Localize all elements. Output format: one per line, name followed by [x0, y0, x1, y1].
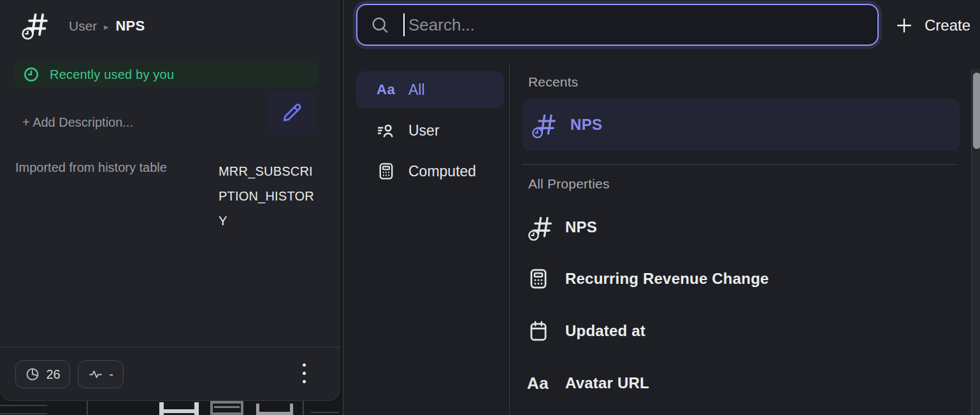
recents-section-title: Recents	[528, 74, 578, 90]
edit-description-button[interactable]	[268, 91, 316, 134]
pencil-icon	[280, 101, 303, 124]
text-format-icon: Aa	[527, 374, 554, 393]
clock-icon	[23, 66, 40, 83]
background-line	[303, 401, 304, 415]
property-item-updated-at[interactable]: Updated at	[527, 317, 960, 345]
background-line	[0, 413, 47, 414]
property-header	[20, 10, 50, 39]
results-divider-vertical	[509, 64, 510, 415]
background-line	[0, 405, 47, 406]
property-panel: User ▸ NPS Recently used by you + Add De…	[0, 0, 340, 401]
calculator-icon	[377, 162, 401, 181]
sparkline-value: -	[109, 367, 113, 382]
footer-divider	[0, 347, 340, 348]
property-item-recurring-revenue-change[interactable]: Recurring Revenue Change	[527, 265, 960, 293]
breadcrumb-parent[interactable]: User	[69, 18, 97, 34]
filter-label: Computed	[408, 163, 476, 180]
background-shape	[159, 402, 199, 415]
app-root: User ▸ NPS Recently used by you + Add De…	[0, 0, 980, 415]
meta-value: MRR_SUBSCRIPTION_HISTORY	[219, 159, 321, 234]
filter-label: User	[408, 122, 440, 139]
hash-clock-icon	[20, 10, 50, 39]
chevron-right-icon: ▸	[104, 22, 108, 32]
background-peek	[0, 401, 342, 415]
kebab-menu-button[interactable]	[298, 360, 310, 386]
filter-item-computed[interactable]: Computed	[356, 153, 504, 190]
pie-chart-icon	[25, 367, 40, 382]
breadcrumb-current: NPS	[115, 18, 145, 34]
background-line	[311, 412, 339, 413]
add-description-button[interactable]: + Add Description...	[22, 115, 133, 130]
scrollbar-track[interactable]	[971, 69, 980, 415]
property-item-label: NPS	[565, 218, 597, 236]
recents-item-label: NPS	[570, 116, 602, 134]
all-properties-section-title: All Properties	[528, 176, 610, 192]
recents-item-nps[interactable]: NPS	[522, 99, 960, 151]
text-caret	[403, 13, 405, 36]
calendar-icon	[527, 320, 554, 342]
filter-item-all[interactable]: Aa All	[356, 71, 504, 108]
chart-count-button[interactable]: 26	[15, 360, 70, 388]
hash-clock-icon	[527, 214, 554, 241]
meta-label: Imported from history table	[15, 160, 167, 175]
property-item-label: Updated at	[565, 322, 645, 340]
property-item-label: Avatar URL	[565, 374, 649, 392]
user-list-icon	[377, 121, 401, 140]
hash-clock-icon	[531, 111, 558, 138]
breadcrumb[interactable]: User ▸ NPS	[69, 18, 145, 34]
results-panel: Recents NPS All Properties	[522, 0, 960, 415]
filter-item-user[interactable]: User	[356, 112, 504, 149]
recently-used-label: Recently used by you	[50, 67, 174, 82]
text-format-icon: Aa	[377, 81, 401, 98]
search-icon	[370, 15, 389, 34]
property-item-nps[interactable]: NPS	[527, 213, 960, 241]
property-item-label: Recurring Revenue Change	[565, 270, 769, 288]
filter-label: All	[408, 81, 425, 99]
results-divider	[522, 164, 956, 165]
chart-count-value: 26	[46, 367, 60, 382]
recently-used-badge: Recently used by you	[14, 62, 319, 87]
background-shape	[256, 404, 293, 415]
filter-list: Aa All User	[356, 71, 504, 190]
activity-icon	[88, 367, 103, 382]
scrollbar-thumb[interactable]	[973, 73, 980, 149]
sparkline-button[interactable]: -	[78, 360, 124, 388]
background-line	[87, 401, 88, 415]
property-item-avatar-url[interactable]: Aa Avatar URL	[527, 369, 960, 397]
search-overlay: Create Aa All User	[343, 0, 980, 415]
calculator-icon	[527, 267, 554, 290]
background-shape	[210, 401, 243, 415]
